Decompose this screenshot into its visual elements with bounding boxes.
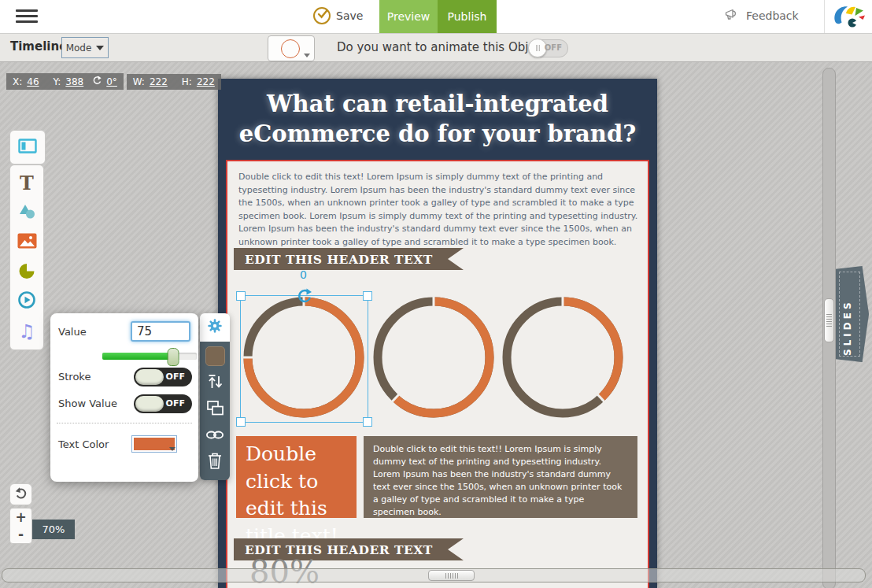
trash-icon xyxy=(207,452,223,473)
play-circle-icon xyxy=(17,290,36,312)
slides-tab-label: SLIDES xyxy=(842,272,853,356)
animate-toggle-state: OFF xyxy=(545,43,562,52)
chart-tool-button[interactable] xyxy=(11,259,42,286)
vertical-scrollbar[interactable] xyxy=(822,68,836,588)
coords-row-position: X:46 Y:388 0° xyxy=(6,73,124,90)
zoom-controls: + - xyxy=(9,508,32,544)
value-properties-popup: Value Stroke OFF Show Value OFF Text Col… xyxy=(50,313,198,482)
y-value[interactable]: 388 xyxy=(65,76,83,87)
text-color-caret-icon xyxy=(169,447,176,451)
workspace: X:46 Y:388 0° W:222 H:222 T xyxy=(0,61,872,588)
value-input[interactable] xyxy=(131,321,190,342)
layout-tool-button[interactable] xyxy=(9,130,46,165)
coords-row-size: W:222 H:222 xyxy=(127,74,221,90)
tools-sidebar: T ♫ xyxy=(9,165,44,350)
title-text-box[interactable]: Double click to edit this title text! xyxy=(236,436,357,518)
save-check-icon xyxy=(313,7,331,24)
mode-caret-icon xyxy=(96,46,104,50)
object-preview-caret-icon xyxy=(304,54,310,57)
rotate-handle-icon[interactable] xyxy=(297,288,312,304)
undo-button[interactable] xyxy=(9,483,32,505)
text-color-label: Text Color xyxy=(58,438,109,450)
feedback-label: Feedback xyxy=(746,9,799,22)
image-tool-icon xyxy=(17,233,37,252)
shapes-tool-icon xyxy=(18,204,35,222)
link-button[interactable] xyxy=(200,428,230,443)
duplicate-icon xyxy=(206,400,224,420)
layout-tool-icon xyxy=(18,139,37,157)
music-note-icon: ♫ xyxy=(18,322,35,341)
save-label: Save xyxy=(336,9,363,22)
feedback-button[interactable]: Feedback xyxy=(724,7,799,24)
progress-ring-2[interactable] xyxy=(371,294,497,420)
resize-handle-top-left[interactable] xyxy=(236,291,246,301)
app-screen: Save Preview Publish Feedback Timeline xyxy=(0,0,872,588)
slides-tab[interactable]: SLIDES xyxy=(836,266,869,362)
header-ribbon-1[interactable]: EDIT THIS HEADER TEXT xyxy=(234,248,464,270)
horizontal-scrollbar[interactable] xyxy=(2,568,866,582)
top-toolbar: Save Preview Publish Feedback xyxy=(0,0,872,34)
rotation-value[interactable]: 0° xyxy=(106,76,117,87)
horizontal-scrollbar-thumb[interactable] xyxy=(428,570,475,581)
zoom-out-button[interactable]: - xyxy=(10,526,31,543)
value-slider[interactable] xyxy=(102,353,197,360)
resize-handle-bottom-left[interactable] xyxy=(236,417,246,427)
delete-button[interactable] xyxy=(200,452,230,473)
body-text-box[interactable]: Double click to edit this text!! Lorem I… xyxy=(364,436,637,518)
preview-button[interactable]: Preview xyxy=(379,0,438,33)
show-value-toggle-state: OFF xyxy=(166,398,185,409)
popup-divider xyxy=(57,423,192,423)
object-preview-button[interactable] xyxy=(268,35,315,61)
show-value-toggle[interactable]: OFF xyxy=(134,394,192,413)
stroke-toggle[interactable]: OFF xyxy=(134,368,192,386)
mode-dropdown[interactable]: Mode xyxy=(61,37,109,58)
stroke-label: Stroke xyxy=(58,371,91,383)
shapes-tool-button[interactable] xyxy=(11,199,42,226)
h-label: H: xyxy=(182,76,192,87)
duplicate-button[interactable] xyxy=(200,400,230,420)
slide-title[interactable]: What can retail-integrated eCommerce do … xyxy=(218,90,657,149)
design-canvas[interactable]: What can retail-integrated eCommerce do … xyxy=(218,79,657,588)
visme-logo[interactable] xyxy=(832,3,866,33)
text-color-picker[interactable] xyxy=(131,435,177,453)
stroke-toggle-state: OFF xyxy=(166,372,185,382)
publish-button[interactable]: Publish xyxy=(438,0,497,33)
image-tool-button[interactable] xyxy=(11,229,42,256)
audio-tool-button[interactable]: ♫ xyxy=(11,318,42,345)
resize-handle-bottom-right[interactable] xyxy=(363,417,372,427)
save-button[interactable]: Save xyxy=(313,7,363,24)
settings-button[interactable] xyxy=(200,313,230,342)
x-label: X: xyxy=(13,76,22,87)
progress-ring-3[interactable] xyxy=(500,294,626,420)
arrange-order-button[interactable] xyxy=(200,373,230,394)
w-label: W: xyxy=(133,76,145,87)
slide-content-area[interactable]: Double click to edit this text! Lorem Ip… xyxy=(226,160,649,588)
media-tool-button[interactable] xyxy=(11,288,42,315)
x-value[interactable]: 46 xyxy=(27,76,39,87)
w-value[interactable]: 222 xyxy=(150,76,168,87)
animate-question: Do you want to animate this Object? xyxy=(337,40,553,54)
text-tool-button[interactable]: T xyxy=(11,170,42,197)
chain-link-icon xyxy=(205,428,224,443)
selection-value-label: 0 xyxy=(240,268,367,281)
y-label: Y: xyxy=(54,76,61,87)
fill-color-button[interactable] xyxy=(200,346,230,366)
gear-icon xyxy=(206,317,224,338)
stroke-toggle-knob[interactable] xyxy=(135,369,164,385)
h-value[interactable]: 222 xyxy=(197,76,215,87)
animate-toggle[interactable]: OFF xyxy=(529,39,568,57)
pie-chart-icon xyxy=(17,261,36,283)
undo-icon xyxy=(14,486,28,502)
selection-coordinates: X:46 Y:388 0° W:222 H:222 xyxy=(6,73,221,90)
vertical-scrollbar-thumb[interactable] xyxy=(824,298,834,342)
value-slider-knob[interactable] xyxy=(168,348,179,366)
show-value-label: Show Value xyxy=(58,398,117,409)
show-value-toggle-knob[interactable] xyxy=(135,396,164,412)
resize-handle-top-right[interactable] xyxy=(363,291,372,301)
intro-text-block[interactable]: Double click to edit this text! Lorem Ip… xyxy=(238,171,638,249)
menu-button[interactable] xyxy=(16,9,38,24)
selection-box[interactable] xyxy=(240,295,368,423)
value-slider-fill xyxy=(102,353,173,360)
zoom-level-badge: 70% xyxy=(32,520,75,539)
zoom-in-button[interactable]: + xyxy=(10,508,31,526)
